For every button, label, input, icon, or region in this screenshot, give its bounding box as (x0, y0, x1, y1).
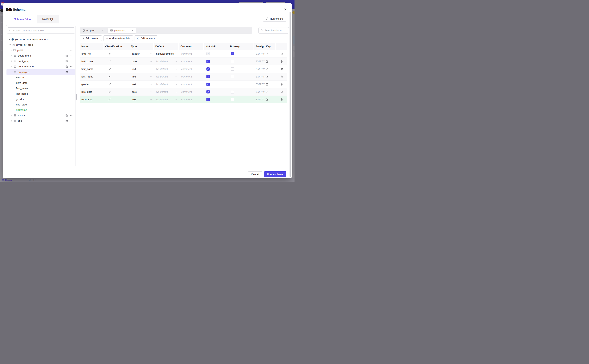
caret-right-icon[interactable] (11, 120, 13, 122)
edit-foreign-key-icon[interactable] (266, 91, 268, 93)
delete-column-icon[interactable] (280, 52, 283, 55)
caret-down-icon[interactable] (11, 71, 13, 73)
chevron-down-icon[interactable] (175, 60, 177, 62)
default-select[interactable]: No default (156, 75, 168, 78)
primary-checkbox-unchecked[interactable] (231, 75, 234, 78)
not-null-checkbox-checked[interactable]: ✓ (207, 90, 210, 93)
delete-column-icon[interactable] (280, 75, 283, 78)
tree-item-prod-prod-sample-instance[interactable]: (Prod) Prod Sample Instance (7, 37, 75, 42)
more-options-icon[interactable] (70, 65, 73, 68)
type-select[interactable]: text (132, 75, 136, 78)
default-select[interactable]: No default (156, 91, 168, 93)
run-checks-button[interactable]: Run checks (263, 16, 286, 21)
chevron-down-icon[interactable] (150, 53, 152, 55)
default-select[interactable]: No default (156, 68, 168, 71)
tree-item-employee[interactable]: employee (7, 69, 75, 75)
delete-column-icon[interactable] (280, 83, 283, 86)
chevron-down-icon[interactable] (175, 53, 177, 55)
copy-icon[interactable] (65, 60, 68, 62)
chevron-down-icon[interactable] (150, 68, 152, 70)
tree-item-dept_manager[interactable]: dept_manager (7, 64, 75, 70)
caret-down-icon[interactable] (9, 44, 11, 46)
panel-resizer-handle[interactable] (76, 94, 78, 100)
add-from-template-button[interactable]: +Add from template (103, 35, 133, 41)
classification-pencil-icon[interactable] (108, 60, 111, 63)
edit-indexes-button[interactable]: ◇Edit indexes (134, 35, 157, 41)
more-options-icon[interactable] (70, 44, 73, 46)
comment-input[interactable]: comment (181, 98, 192, 101)
caret-right-icon[interactable] (11, 55, 13, 57)
more-options-icon[interactable] (70, 49, 73, 52)
chevron-down-icon[interactable] (150, 76, 152, 78)
comment-input[interactable]: comment (181, 91, 192, 93)
chevron-down-icon[interactable] (175, 83, 177, 85)
copy-icon[interactable] (65, 114, 68, 117)
copy-icon[interactable] (65, 54, 68, 57)
comment-input[interactable]: comment (181, 75, 192, 78)
more-options-icon[interactable] (70, 114, 73, 117)
column-name[interactable]: hire_date (81, 91, 92, 93)
tree-item-last_name[interactable]: last_name (7, 91, 75, 97)
copy-icon[interactable] (65, 65, 68, 68)
caret-right-icon[interactable] (11, 115, 13, 116)
chevron-down-icon[interactable] (150, 83, 152, 85)
column-name[interactable]: emp_no (81, 52, 91, 55)
column-name[interactable]: first_name (81, 68, 94, 71)
more-options-icon[interactable] (70, 120, 73, 122)
caret-right-icon[interactable] (11, 60, 13, 62)
tree-item-dept_emp[interactable]: dept_emp (7, 58, 75, 64)
delete-column-icon[interactable] (280, 60, 283, 63)
primary-checkbox-checked[interactable]: ✓ (231, 52, 234, 55)
type-select[interactable]: integer (132, 52, 140, 55)
tree-item-nickname[interactable]: nickname (7, 107, 75, 113)
edit-foreign-key-icon[interactable] (266, 83, 268, 86)
copy-icon[interactable] (65, 120, 68, 122)
tree-item-department[interactable]: department (7, 53, 75, 59)
type-select[interactable]: text (132, 83, 136, 86)
chevron-down-icon[interactable] (175, 68, 177, 70)
delete-column-icon[interactable] (280, 91, 283, 93)
tree-item-public[interactable]: public (7, 48, 75, 53)
column-name[interactable]: birth_date (81, 60, 93, 63)
edit-foreign-key-icon[interactable] (266, 52, 268, 55)
chevron-down-icon[interactable] (150, 60, 152, 62)
primary-checkbox-unchecked[interactable] (231, 67, 234, 71)
more-options-icon[interactable] (70, 71, 73, 73)
classification-pencil-icon[interactable] (108, 75, 111, 78)
primary-checkbox-unchecked[interactable] (231, 83, 234, 86)
primary-checkbox-unchecked[interactable] (231, 90, 234, 93)
more-options-icon[interactable] (70, 54, 73, 57)
classification-pencil-icon[interactable] (108, 52, 111, 55)
comment-input[interactable]: comment (181, 83, 192, 86)
more-options-icon[interactable] (70, 60, 73, 62)
comment-input[interactable]: comment (181, 60, 192, 63)
chevron-down-icon[interactable] (175, 91, 177, 93)
primary-checkbox-unchecked[interactable] (231, 60, 234, 63)
type-select[interactable]: date (132, 91, 137, 93)
column-name[interactable]: nickname (81, 98, 93, 101)
comment-input[interactable]: comment (181, 52, 192, 55)
cancel-button[interactable]: Cancel (248, 171, 262, 177)
type-select[interactable]: text (132, 98, 136, 101)
comment-input[interactable]: comment (181, 68, 192, 71)
default-select[interactable]: No default (156, 60, 168, 63)
open-tab-hr-prod[interactable]: hr_prod (80, 27, 106, 34)
chevron-down-icon[interactable] (175, 76, 177, 78)
close-tab-icon[interactable] (102, 29, 104, 32)
chevron-down-icon[interactable] (175, 98, 177, 101)
column-search[interactable] (259, 27, 289, 33)
preview-issue-button[interactable]: Preview issue (264, 171, 286, 177)
database-search-input[interactable] (13, 29, 73, 32)
caret-down-icon[interactable] (10, 50, 12, 51)
type-select[interactable]: text (132, 68, 136, 71)
edit-foreign-key-icon[interactable] (266, 60, 268, 63)
not-null-checkbox-checked[interactable]: ✓ (207, 83, 210, 86)
tab-schema-editor[interactable]: Schema Editor (9, 15, 37, 23)
tree-item-gender[interactable]: gender (7, 97, 75, 102)
not-null-checkbox-checked[interactable]: ✓ (207, 60, 210, 63)
primary-checkbox-unchecked[interactable] (231, 98, 234, 101)
classification-pencil-icon[interactable] (108, 68, 111, 71)
chevron-down-icon[interactable] (150, 98, 152, 101)
tree-item-title[interactable]: title (7, 118, 75, 124)
tree-item-hire_date[interactable]: hire_date (7, 102, 75, 107)
